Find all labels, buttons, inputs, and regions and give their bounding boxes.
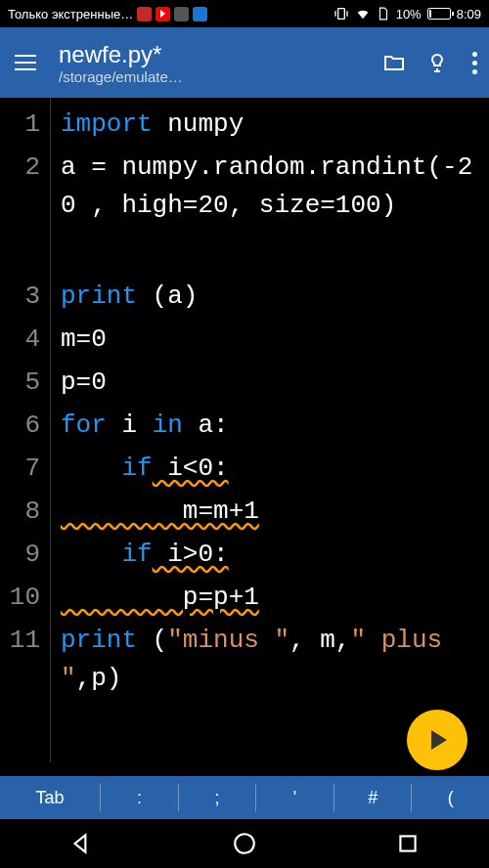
code-line: m=m+1 — [61, 493, 483, 536]
key-hash[interactable]: # — [334, 784, 413, 811]
code-line: p=p+1 — [61, 579, 483, 622]
app-toolbar: newfe.py* /storage/emulate… — [0, 27, 489, 98]
code-line: m=0 — [61, 321, 483, 364]
filepath-label: /storage/emulate… — [59, 68, 367, 85]
more-vert-icon[interactable] — [468, 48, 481, 78]
code-area[interactable]: import numpy a = numpy.random.randint(-2… — [51, 98, 489, 762]
code-line: print ("minus ", m," plus ",p) — [61, 622, 483, 708]
key-colon[interactable]: : — [101, 784, 179, 811]
svg-rect-0 — [337, 9, 344, 20]
code-line: if i<0: — [61, 450, 483, 493]
svg-rect-4 — [400, 836, 415, 850]
code-line: a = numpy.random.randint(-20 , high=20, … — [61, 149, 483, 278]
code-line: for i in a: — [61, 407, 483, 450]
app-icon-4 — [193, 7, 207, 22]
home-icon[interactable] — [232, 831, 257, 856]
vibrate-icon — [333, 6, 349, 22]
key-semicolon[interactable]: ; — [179, 784, 257, 811]
clock-text: 8:09 — [457, 7, 481, 22]
system-navbar — [0, 819, 489, 868]
code-line: p=0 — [61, 364, 483, 407]
back-icon[interactable] — [68, 831, 94, 856]
menu-icon — [15, 62, 36, 64]
extra-key-row: Tab : ; ' # ( — [0, 776, 489, 819]
code-line: print (a) — [61, 278, 483, 321]
bulb-icon[interactable] — [425, 51, 449, 74]
key-paren[interactable]: ( — [412, 784, 489, 811]
status-bar: Только экстренные… 10% 8:09 — [0, 0, 489, 27]
key-quote[interactable]: ' — [256, 784, 334, 811]
run-button[interactable] — [407, 710, 467, 770]
sim-icon — [377, 6, 390, 22]
code-editor[interactable]: 1 2 3 4 5 6 7 8 9 10 11 import numpy a =… — [0, 98, 489, 762]
svg-point-3 — [235, 834, 254, 853]
code-line: import numpy — [61, 106, 483, 149]
recents-icon[interactable] — [395, 831, 421, 856]
line-gutter: 1 2 3 4 5 6 7 8 9 10 11 — [0, 98, 51, 762]
carrier-text: Только экстренные… — [8, 7, 133, 22]
youtube-icon — [156, 7, 170, 22]
title-block[interactable]: newfe.py* /storage/emulate… — [59, 41, 367, 85]
battery-icon — [427, 8, 451, 20]
app-icon-1 — [137, 7, 152, 22]
wifi-icon — [355, 6, 371, 22]
menu-button[interactable] — [8, 45, 43, 80]
app-icon-3 — [174, 7, 189, 22]
code-line: if i>0: — [61, 536, 483, 579]
filename-label: newfe.py* — [59, 41, 161, 68]
key-tab[interactable]: Tab — [0, 784, 101, 811]
folder-icon[interactable] — [382, 51, 406, 74]
battery-percent: 10% — [396, 7, 422, 22]
